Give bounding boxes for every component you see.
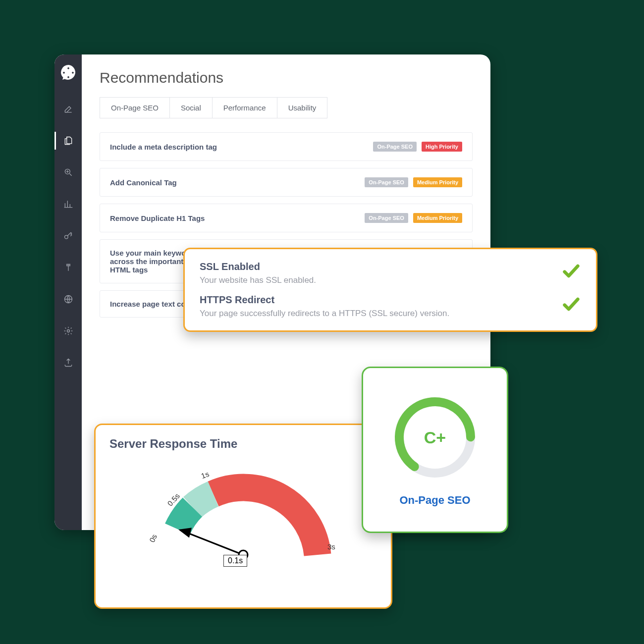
ssl-row-desc: Your website has SSL enabled. bbox=[200, 275, 316, 285]
response-time-card: Server Response Time 0s 0.5s 1s 3s 0. bbox=[94, 424, 392, 609]
category-badge: On-Page SEO bbox=[373, 142, 417, 152]
check-icon bbox=[561, 294, 581, 314]
page-title: Recommendations bbox=[100, 69, 473, 86]
gauge-title: Server Response Time bbox=[109, 437, 377, 451]
sidebar-item-globe[interactable] bbox=[54, 283, 82, 315]
grade-donut-chart: C+ bbox=[390, 393, 480, 482]
grade-value: C+ bbox=[390, 393, 480, 482]
ssl-row-desc: Your page successfully redirects to a HT… bbox=[200, 309, 449, 319]
tabs-row: On-Page SEO Social Performance Usability bbox=[100, 97, 473, 118]
sidebar-item-settings[interactable] bbox=[54, 315, 82, 347]
priority-badge: High Priority bbox=[422, 142, 462, 152]
svg-marker-5 bbox=[180, 529, 191, 537]
gauge-tick: 3s bbox=[327, 542, 335, 551]
tab-social[interactable]: Social bbox=[170, 97, 213, 118]
sidebar bbox=[54, 54, 82, 530]
ssl-row: HTTPS Redirect Your page successfully re… bbox=[200, 294, 581, 319]
sidebar-item-edit[interactable] bbox=[54, 93, 82, 125]
svg-point-3 bbox=[67, 330, 69, 332]
category-badge: On-Page SEO bbox=[365, 177, 408, 187]
ssl-status-card: SSL Enabled Your website has SSL enabled… bbox=[183, 248, 597, 332]
tab-performance[interactable]: Performance bbox=[213, 97, 277, 118]
category-badge: On-Page SEO bbox=[365, 213, 408, 223]
sidebar-item-search[interactable] bbox=[54, 157, 82, 188]
ssl-row-title: SSL Enabled bbox=[200, 261, 316, 272]
app-logo-icon bbox=[59, 63, 77, 81]
recommendation-title: Remove Duplicate H1 Tags bbox=[110, 214, 205, 222]
sidebar-item-pages[interactable] bbox=[54, 125, 82, 157]
recommendation-item[interactable]: Include a meta description tag On-Page S… bbox=[100, 132, 473, 161]
tab-on-page-seo[interactable]: On-Page SEO bbox=[100, 97, 170, 118]
tab-usability[interactable]: Usability bbox=[277, 97, 328, 118]
sidebar-item-key[interactable] bbox=[54, 220, 82, 252]
ssl-row: SSL Enabled Your website has SSL enabled… bbox=[200, 261, 581, 285]
check-icon bbox=[561, 261, 581, 281]
seo-grade-card: C+ On-Page SEO bbox=[362, 367, 508, 533]
priority-badge: Medium Priority bbox=[413, 177, 462, 187]
recommendation-item[interactable]: Remove Duplicate H1 Tags On-Page SEO Med… bbox=[100, 204, 473, 232]
gauge-value: 0.1s bbox=[223, 555, 247, 567]
gauge-chart: 0s 0.5s 1s 3s 0.1s bbox=[139, 456, 347, 575]
grade-label: On-Page SEO bbox=[399, 494, 470, 507]
recommendation-item[interactable]: Add Canonical Tag On-Page SEO Medium Pri… bbox=[100, 168, 473, 197]
svg-point-1 bbox=[64, 235, 68, 239]
sidebar-item-export[interactable] bbox=[54, 347, 82, 378]
ssl-row-title: HTTPS Redirect bbox=[200, 294, 449, 306]
sidebar-item-tools[interactable] bbox=[54, 252, 82, 283]
recommendation-title: Include a meta description tag bbox=[110, 143, 217, 151]
recommendation-title: Add Canonical Tag bbox=[110, 178, 177, 187]
priority-badge: Medium Priority bbox=[413, 213, 462, 223]
sidebar-item-analytics[interactable] bbox=[54, 188, 82, 220]
